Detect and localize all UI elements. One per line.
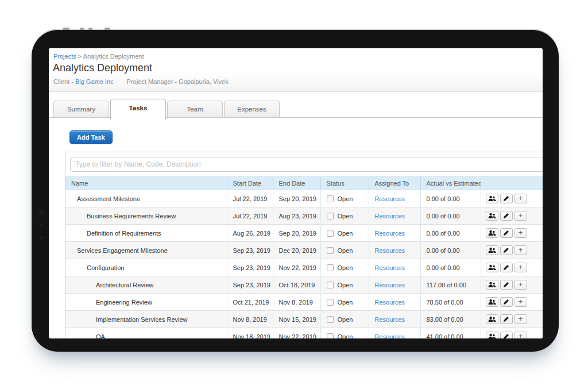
status-checkbox[interactable] bbox=[327, 333, 334, 338]
status-label: Open bbox=[338, 316, 353, 323]
status-checkbox[interactable] bbox=[327, 213, 334, 220]
tab-expenses[interactable]: Expenses bbox=[224, 101, 280, 117]
resources-link[interactable]: Resources bbox=[375, 299, 405, 306]
task-start-date: Sep 23, 2019 bbox=[227, 242, 273, 259]
add-subtask-button[interactable]: + bbox=[514, 332, 527, 338]
task-start-date: Oct 21, 2019 bbox=[227, 294, 273, 311]
status-label: Open bbox=[338, 247, 353, 254]
resources-link[interactable]: Resources bbox=[375, 230, 405, 237]
task-status-cell: Open bbox=[320, 294, 369, 311]
task-name: QA bbox=[65, 328, 227, 339]
task-status-cell: Open bbox=[320, 259, 369, 276]
task-start-date: Nov 8, 2019 bbox=[227, 311, 273, 328]
status-label: Open bbox=[338, 299, 353, 306]
status-checkbox[interactable] bbox=[327, 195, 334, 202]
resources-link[interactable]: Resources bbox=[375, 333, 405, 338]
front-camera bbox=[37, 209, 45, 217]
edit-task-button[interactable] bbox=[500, 280, 513, 290]
add-subtask-button[interactable]: + bbox=[514, 228, 527, 238]
status-label: Open bbox=[338, 213, 353, 220]
resources-link[interactable]: Resources bbox=[375, 316, 405, 323]
task-end-date: Oct 18, 2019 bbox=[273, 276, 320, 294]
assign-people-button[interactable] bbox=[486, 314, 498, 324]
tab-tasks[interactable]: Tasks bbox=[110, 99, 166, 120]
edit-task-button[interactable] bbox=[500, 211, 513, 221]
task-actual-vs-estimated: 0.00 of 0.00 bbox=[420, 225, 481, 242]
edit-task-button[interactable] bbox=[500, 263, 513, 272]
plus-icon: + bbox=[519, 298, 523, 305]
table-row: Services Engagement Milestone Sep 23, 20… bbox=[65, 242, 543, 259]
plus-icon: + bbox=[519, 194, 523, 202]
status-checkbox[interactable] bbox=[327, 316, 334, 323]
tab-team[interactable]: Team bbox=[167, 101, 223, 117]
resources-link[interactable]: Resources bbox=[375, 282, 405, 288]
status-checkbox[interactable] bbox=[327, 282, 334, 288]
assign-people-button[interactable] bbox=[486, 332, 498, 338]
task-end-date: Sep 20, 2019 bbox=[273, 190, 320, 207]
add-subtask-button[interactable]: + bbox=[514, 280, 527, 290]
edit-task-button[interactable] bbox=[500, 228, 513, 238]
add-subtask-button[interactable]: + bbox=[514, 211, 527, 221]
edit-task-button[interactable] bbox=[500, 194, 513, 203]
status-checkbox[interactable] bbox=[327, 299, 334, 306]
table-row: Business Requirements Review Jul 22, 201… bbox=[65, 207, 543, 225]
table-row: Engineering Review Oct 21, 2019 Nov 8, 2… bbox=[65, 294, 543, 311]
assign-people-button[interactable] bbox=[486, 228, 498, 238]
resources-link[interactable]: Resources bbox=[375, 213, 405, 220]
client-link[interactable]: Big Game Inc bbox=[75, 78, 114, 85]
task-assigned-cell: Resources bbox=[369, 294, 420, 311]
task-assigned-cell: Resources bbox=[369, 225, 420, 242]
table-header-row: Name Start Date End Date Status Assigned… bbox=[65, 177, 543, 190]
volume-down-button bbox=[88, 28, 92, 30]
task-name: Services Engagement Milestone bbox=[65, 242, 227, 259]
breadcrumb-projects-link[interactable]: Projects bbox=[53, 53, 76, 60]
assign-people-button[interactable] bbox=[486, 297, 498, 307]
add-subtask-button[interactable]: + bbox=[514, 314, 527, 324]
task-actions-cell: + bbox=[481, 311, 543, 328]
project-manager-label: Project Manager - Gopalpuria, Vivek bbox=[127, 78, 229, 85]
plus-icon: + bbox=[519, 246, 523, 253]
people-icon bbox=[488, 230, 496, 236]
resources-link[interactable]: Resources bbox=[375, 264, 405, 271]
assign-people-button[interactable] bbox=[486, 211, 498, 221]
task-status-cell: Open bbox=[320, 311, 369, 328]
add-subtask-button[interactable]: + bbox=[514, 297, 527, 307]
assign-people-button[interactable] bbox=[486, 263, 498, 272]
people-icon bbox=[488, 333, 496, 338]
edit-task-button[interactable] bbox=[500, 314, 513, 324]
plus-icon: + bbox=[519, 229, 523, 236]
add-subtask-button[interactable]: + bbox=[514, 194, 527, 203]
assign-people-button[interactable] bbox=[486, 245, 498, 255]
people-icon bbox=[488, 195, 496, 202]
status-checkbox[interactable] bbox=[327, 230, 334, 237]
add-subtask-button[interactable]: + bbox=[514, 245, 527, 255]
edit-task-button[interactable] bbox=[500, 332, 513, 338]
status-checkbox[interactable] bbox=[327, 264, 334, 271]
task-actual-vs-estimated: 78.50 of 0.00 bbox=[420, 294, 481, 311]
add-subtask-button[interactable]: + bbox=[514, 263, 527, 272]
edit-task-button[interactable] bbox=[500, 245, 513, 255]
tablet-frame: Projects > Analytics Deployment Analytic… bbox=[32, 30, 559, 352]
task-start-date: Sep 23, 2019 bbox=[227, 259, 273, 276]
light-sensor bbox=[40, 224, 42, 226]
table-row: Definition of Requirements Aug 26, 2019 … bbox=[65, 225, 543, 242]
assign-people-button[interactable] bbox=[486, 194, 498, 203]
tab-summary[interactable]: Summary bbox=[53, 101, 109, 117]
edit-task-button[interactable] bbox=[500, 297, 513, 307]
people-icon bbox=[488, 299, 496, 305]
col-status: Status bbox=[320, 177, 369, 190]
status-checkbox[interactable] bbox=[327, 247, 334, 254]
task-actual-vs-estimated: 117.00 of 0.00 bbox=[420, 276, 481, 294]
task-name: Architectural Review bbox=[65, 276, 227, 294]
status-label: Open bbox=[338, 282, 353, 288]
mute-switch bbox=[105, 28, 110, 30]
app-screen: Projects > Analytics Deployment Analytic… bbox=[49, 48, 543, 338]
pencil-icon bbox=[503, 316, 509, 322]
task-name: Engineering Review bbox=[65, 294, 227, 311]
assign-people-button[interactable] bbox=[486, 280, 498, 290]
add-task-button[interactable]: Add Task bbox=[69, 130, 113, 144]
resources-link[interactable]: Resources bbox=[375, 195, 405, 202]
task-start-date: Jul 22, 2019 bbox=[227, 207, 273, 225]
filter-input[interactable] bbox=[70, 157, 543, 172]
resources-link[interactable]: Resources bbox=[375, 247, 405, 254]
